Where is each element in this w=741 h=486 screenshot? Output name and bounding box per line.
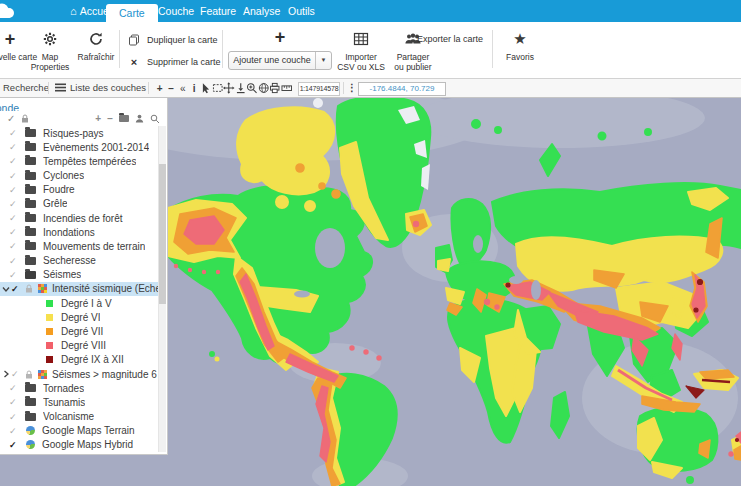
- layer-item-intensite-sismique[interactable]: ✓ Intensité sismique (Echelle de ...: [0, 282, 158, 296]
- layer-item-google-terrain[interactable]: ✓Google Maps Terrain: [0, 424, 158, 438]
- layer-item-seismes-magnitude[interactable]: ✓ Séismes > magnitude 6 entre 1...: [0, 367, 158, 381]
- check-icon[interactable]: ✓: [9, 440, 20, 450]
- globe-extent-button[interactable]: [258, 79, 270, 97]
- check-icon[interactable]: ✓: [9, 128, 20, 138]
- layer-list-button[interactable]: Liste des couches: [55, 79, 146, 97]
- delete-map-button[interactable]: × Supprimer la carte: [128, 54, 232, 70]
- layer-item-grele[interactable]: ✓Grêle: [0, 197, 158, 211]
- nav-tab-feature[interactable]: Feature: [200, 0, 236, 22]
- layer-item-seismes[interactable]: ✓Séismes: [0, 268, 158, 282]
- check-icon[interactable]: ✓: [9, 171, 20, 181]
- close-icon: ×: [128, 56, 140, 68]
- folder-icon: [25, 398, 36, 406]
- layer-tree: ✓Risques-pays ✓Evènements 2001-2014 ✓Tem…: [0, 126, 158, 452]
- check-icon[interactable]: ✓: [9, 142, 20, 152]
- check-icon[interactable]: ✓: [9, 185, 20, 195]
- layer-item-cyclones[interactable]: ✓Cyclones: [0, 169, 158, 183]
- kebab-menu-icon[interactable]: ⋮: [347, 79, 357, 97]
- layer-item-inondations[interactable]: ✓Inondations: [0, 225, 158, 239]
- chevron-down-icon[interactable]: ▼: [315, 52, 331, 69]
- legend-item-degre-8: Degré VIII: [0, 339, 158, 353]
- legend-color-swatch: [46, 314, 53, 321]
- select-cursor-button[interactable]: [200, 79, 212, 97]
- legend-item-degre-7: Degré VII: [0, 324, 158, 338]
- scrollbar-thumb[interactable]: [159, 164, 166, 304]
- info-tool-button[interactable]: i: [189, 79, 201, 97]
- map-toolbar: Recherche Liste des couches + − « i 1:14…: [0, 78, 741, 98]
- legend-item-degre-6: Degré VI: [0, 310, 158, 324]
- folder-icon: [25, 143, 36, 151]
- folder-icon: [25, 384, 36, 392]
- toolbar-divider: [119, 30, 120, 68]
- layer-item-tempetes[interactable]: ✓Tempêtes tempérées: [0, 154, 158, 168]
- legend-color-swatch: [46, 328, 53, 335]
- chevron-right-icon[interactable]: [1, 370, 11, 378]
- remove-icon[interactable]: −: [107, 111, 113, 126]
- check-icon[interactable]: ✓: [11, 284, 22, 294]
- map-tools: + − « i: [154, 79, 292, 97]
- chevron-down-icon[interactable]: [1, 285, 11, 293]
- folder-icon: [25, 157, 36, 165]
- nav-tab-carte[interactable]: Carte: [106, 4, 158, 22]
- pan-tool-button[interactable]: [223, 79, 235, 97]
- check-icon[interactable]: ✓: [9, 156, 20, 166]
- check-icon[interactable]: ✓: [9, 412, 20, 422]
- check-icon[interactable]: ✓: [9, 270, 20, 280]
- layer-item-foudre[interactable]: ✓Foudre: [0, 183, 158, 197]
- zoom-area-button[interactable]: [246, 79, 258, 97]
- nav-tab-outils[interactable]: Outils: [288, 0, 315, 22]
- toolbar-divider: [343, 82, 344, 94]
- legend-color-swatch: [46, 342, 53, 349]
- favorites-button[interactable]: ★ Favoris: [498, 28, 542, 62]
- toolbar-divider: [148, 82, 149, 94]
- add-layer-button[interactable]: Ajouter une couche ▼: [228, 51, 332, 70]
- star-icon: ★: [513, 30, 526, 48]
- layer-item-tornades[interactable]: ✓Tornades: [0, 381, 158, 395]
- check-icon[interactable]: ✓: [9, 397, 20, 407]
- check-all-icon[interactable]: ✓: [7, 111, 15, 126]
- check-icon[interactable]: ✓: [9, 227, 20, 237]
- layer-item-google-hybrid[interactable]: ✓Google Maps Hybrid: [0, 438, 158, 452]
- drop-marker-button[interactable]: [235, 79, 247, 97]
- layer-item-volcanisme[interactable]: ✓Volcanisme: [0, 409, 158, 423]
- check-icon[interactable]: ✓: [9, 213, 20, 223]
- user-icon[interactable]: [135, 114, 144, 123]
- folder-icon[interactable]: [119, 115, 129, 122]
- zoom-in-button[interactable]: +: [154, 79, 166, 97]
- layer-item-incendies[interactable]: ✓Incendies de forêt: [0, 211, 158, 225]
- list-icon: [55, 83, 66, 92]
- check-icon[interactable]: ✓: [9, 199, 20, 209]
- map-properties-button[interactable]: Map Properties: [26, 28, 74, 72]
- check-icon[interactable]: ✓: [11, 369, 22, 379]
- panel-controls: ✓ + −: [0, 111, 167, 126]
- check-icon[interactable]: ✓: [9, 241, 20, 251]
- check-icon[interactable]: ✓: [9, 426, 20, 436]
- import-csv-button[interactable]: ImporterCSV ou XLS: [336, 28, 386, 72]
- nav-tab-couche[interactable]: Couche: [158, 0, 194, 22]
- layer-item-secheresse[interactable]: ✓Secheresse: [0, 254, 158, 268]
- measure-button[interactable]: [281, 79, 293, 97]
- refresh-button[interactable]: Rafraîchir: [76, 28, 116, 62]
- zoom-out-button[interactable]: −: [166, 79, 178, 97]
- globe-icon: [26, 426, 35, 435]
- select-rectangle-button[interactable]: [212, 79, 224, 97]
- lock-icon[interactable]: [21, 114, 29, 123]
- layer-item-mouvements[interactable]: ✓Mouvements de terrain: [0, 239, 158, 253]
- plus-icon: +: [275, 27, 286, 47]
- export-map-button[interactable]: Exporter la carte: [414, 34, 486, 44]
- layer-item-evenements[interactable]: ✓Evènements 2001-2014: [0, 140, 158, 154]
- previous-extent-button[interactable]: «: [177, 79, 189, 97]
- zoom-icon[interactable]: [150, 114, 160, 124]
- add-icon[interactable]: +: [95, 111, 101, 126]
- layer-item-risques-pays[interactable]: ✓Risques-pays: [0, 126, 158, 140]
- choropleth-icon: [38, 370, 47, 379]
- duplicate-map-button[interactable]: Dupliquer la carte: [128, 32, 232, 48]
- choropleth-icon: [38, 284, 47, 293]
- copy-icon: [128, 34, 140, 46]
- check-icon[interactable]: ✓: [9, 256, 20, 266]
- layer-item-tsunamis[interactable]: ✓Tsunamis: [0, 395, 158, 409]
- check-icon[interactable]: ✓: [9, 383, 20, 393]
- nav-tab-analyse[interactable]: Analyse: [243, 0, 280, 22]
- search-button[interactable]: Recherche: [3, 79, 49, 97]
- print-button[interactable]: [269, 79, 281, 97]
